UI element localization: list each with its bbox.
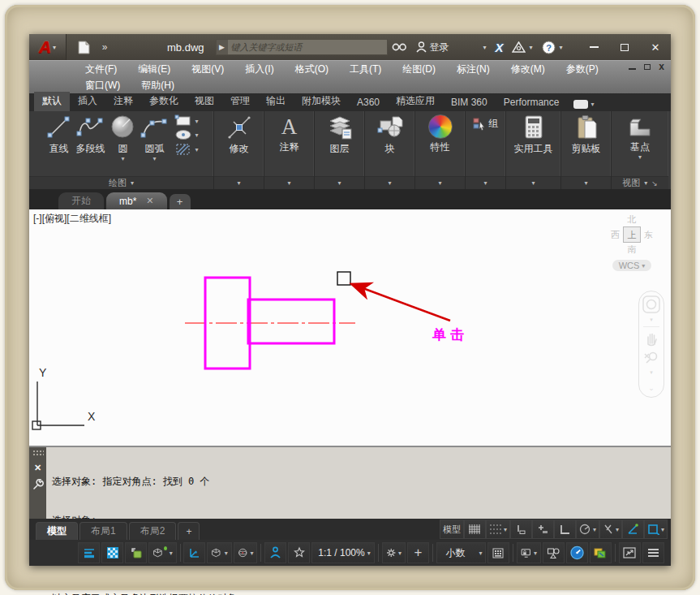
workspace-switching-button[interactable]: ▾ — [382, 542, 406, 563]
dynamic-ucs-button[interactable] — [183, 542, 205, 563]
qat-expand-button[interactable]: » — [96, 38, 114, 56]
quick-properties-button[interactable] — [125, 542, 147, 563]
panel-properties-footer[interactable]: ▾ — [415, 176, 465, 189]
layout-tab-layout1[interactable]: 布局1 — [79, 522, 127, 540]
pickbox-cursor[interactable] — [337, 272, 350, 285]
grid-display-button[interactable]: ▾ — [486, 520, 510, 539]
transparency-button[interactable] — [101, 542, 123, 563]
navigation-bar[interactable]: ▾ ▾ ⌄ — [638, 291, 664, 398]
crosshair-button[interactable]: + — [407, 542, 429, 563]
panel-layers-footer[interactable]: ▾ — [315, 176, 364, 189]
wcs-menu[interactable]: WCS ▾ — [612, 260, 652, 271]
viewcube-east[interactable]: 东 — [644, 229, 653, 241]
viewcube-west[interactable]: 西 — [611, 229, 620, 241]
viewcube-north[interactable]: 北 — [606, 213, 658, 226]
osnap-tracking-button[interactable] — [622, 520, 644, 539]
new-file-button[interactable] — [75, 38, 92, 56]
basepoint-button[interactable]: 基点 ▾ — [625, 114, 655, 161]
graphics-performance-button[interactable] — [566, 542, 588, 563]
quick-calc-button[interactable] — [487, 542, 509, 563]
ribbon-tab-bim360[interactable]: BIM 360 — [443, 94, 496, 111]
drawing-canvas[interactable]: [-][俯视][二维线框] 北 西 上 东 南 WCS ▾ ▾ — [29, 209, 671, 446]
chevron-down-icon[interactable]: ▾ — [650, 369, 653, 376]
new-drawing-tab-button[interactable]: + — [170, 194, 191, 209]
selection-filter-button[interactable]: ▾ — [207, 542, 231, 563]
a360-icon[interactable] — [508, 37, 530, 57]
ribbon-tab-view[interactable]: 视图 — [187, 92, 222, 111]
hatch-button[interactable]: ▾ — [174, 142, 198, 157]
ribbon-tab-output[interactable]: 输出 — [258, 92, 294, 111]
chevron-down-icon[interactable]: ▾ — [530, 44, 533, 51]
clipboard-button[interactable]: 剪贴板 — [569, 114, 603, 157]
isolate-objects-button[interactable] — [543, 542, 565, 563]
gizmo-button[interactable]: ▾ — [234, 542, 258, 563]
menu-edit[interactable]: 编辑(E) — [127, 63, 181, 76]
isometric-drafting-button[interactable]: ▾ — [599, 520, 622, 539]
menu-dimension[interactable]: 标注(N) — [446, 63, 500, 76]
properties-button[interactable]: 特性 — [426, 114, 455, 155]
ribbon-minimize-button[interactable]: ▾ — [573, 100, 594, 111]
polar-tracking-button[interactable]: ▾ — [576, 520, 599, 539]
viewcube-south[interactable]: 南 — [606, 244, 658, 256]
maximize-button[interactable] — [609, 37, 640, 58]
wrench-icon[interactable] — [32, 479, 44, 490]
annotation-visibility-button[interactable] — [264, 542, 286, 563]
units-button[interactable]: 小数 ▾ — [436, 542, 486, 563]
fullscreen-button[interactable] — [619, 542, 641, 563]
search-input[interactable] — [228, 42, 387, 52]
close-tab-icon[interactable]: ✕ — [146, 196, 153, 206]
group-button[interactable]: 组 — [473, 114, 499, 132]
ribbon-tab-addins[interactable]: 附加模块 — [294, 92, 349, 111]
navigation-wheel-icon[interactable] — [642, 295, 660, 313]
model-space-toggle-button[interactable]: 模型 — [440, 520, 464, 539]
viewcube[interactable]: 北 西 上 东 南 WCS ▾ — [606, 213, 658, 271]
file-tab-start[interactable]: 开始 — [58, 192, 104, 209]
zoom-icon[interactable] — [643, 350, 659, 366]
pan-hand-icon[interactable] — [643, 330, 659, 347]
menu-parametric[interactable]: 参数(P) — [556, 63, 609, 76]
block-button[interactable]: 块 — [374, 114, 406, 157]
ribbon-tab-annotate[interactable]: 注释 — [105, 92, 141, 111]
dynamic-input-button[interactable] — [510, 520, 532, 539]
doc-close-icon[interactable]: x — [659, 63, 664, 71]
annotation-scale-button[interactable]: 1:1 / 100% ▾ — [311, 542, 374, 563]
panel-clipboard-footer[interactable]: ▾ — [561, 176, 611, 189]
panel-view-footer[interactable]: 视图 ▾ ↘ — [612, 176, 668, 189]
navbar-expand-icon[interactable]: ⌄ — [648, 384, 655, 392]
layout-tab-model[interactable]: 模型 — [36, 522, 78, 540]
search-history-icon[interactable]: ▶ — [217, 40, 228, 54]
layout-tab-layout2[interactable]: 布局2 — [129, 522, 177, 540]
customization-button[interactable] — [642, 542, 664, 563]
autoscale-button[interactable] — [288, 542, 310, 563]
close-button[interactable]: ✕ — [640, 37, 671, 58]
ribbon-tab-featured-apps[interactable]: 精选应用 — [388, 92, 443, 111]
ribbon-tab-insert[interactable]: 插入 — [70, 92, 105, 111]
object-snap-button[interactable]: ▾ — [644, 520, 668, 539]
chevron-down-icon[interactable]: ▾ — [560, 44, 563, 51]
minimize-button[interactable] — [578, 37, 609, 58]
ribbon-tab-performance[interactable]: Performance — [496, 94, 568, 111]
viewcube-top-face[interactable]: 上 — [623, 226, 641, 243]
circle-button[interactable]: 圆 ▾ — [107, 114, 138, 162]
ribbon-tab-parametric[interactable]: 参数化 — [141, 92, 187, 111]
panel-annotate-footer[interactable]: ▾ — [264, 176, 314, 189]
chevron-down-icon[interactable]: ▾ — [650, 317, 653, 323]
clean-screen-button[interactable] — [590, 542, 612, 563]
ribbon-tab-a360[interactable]: A360 — [349, 94, 388, 111]
panel-group-footer[interactable]: ▾ — [466, 176, 505, 189]
layers-button[interactable]: 图层 — [324, 114, 355, 157]
panel-modify-footer[interactable]: ▾ — [214, 176, 264, 189]
snap-mode-button[interactable] — [532, 520, 554, 539]
display-lock-button[interactable]: ▾ — [517, 542, 541, 563]
menu-file[interactable]: 文件(F) — [75, 63, 127, 76]
panel-utilities-footer[interactable]: ▾ — [506, 176, 560, 189]
arc-button[interactable]: 圆弧 ▾ — [138, 114, 170, 162]
ribbon-tab-home[interactable]: 默认 — [34, 92, 70, 111]
panel-launcher-icon[interactable]: ↘ — [651, 179, 658, 188]
close-icon[interactable]: ✕ — [34, 463, 41, 473]
menu-help[interactable]: 帮助(H) — [131, 79, 185, 93]
menu-insert[interactable]: 插入(I) — [234, 63, 284, 76]
drag-grip-icon[interactable] — [32, 450, 44, 457]
rectangle-button[interactable]: ▾ — [174, 114, 198, 127]
application-menu-button[interactable]: A ▾ — [29, 34, 67, 60]
